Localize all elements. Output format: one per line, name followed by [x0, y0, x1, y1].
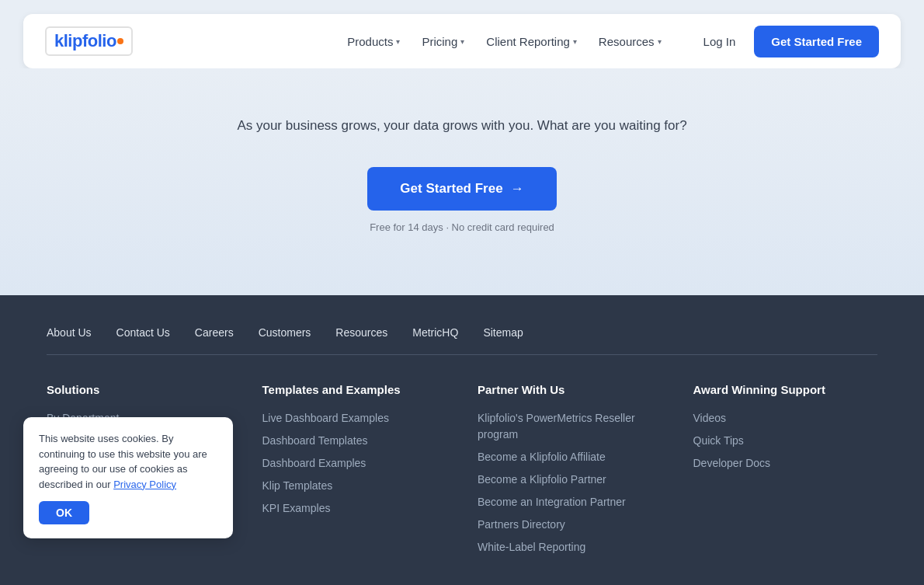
footer-col-link[interactable]: Partners Directory [478, 517, 662, 533]
logo-text: klipfolio [54, 31, 116, 51]
nav-links: Products▾Pricing▾Client Reporting▾Resour… [338, 29, 670, 54]
chevron-down-icon: ▾ [573, 37, 577, 46]
chevron-down-icon: ▾ [658, 37, 662, 46]
footer-col-link[interactable]: Quick Tips [693, 433, 878, 449]
privacy-policy-link[interactable]: Privacy Policy [113, 479, 176, 490]
footer-top-link-contact-us[interactable]: Contact Us [116, 326, 170, 339]
footer-col: Partner With UsKlipfolio's PowerMetrics … [478, 383, 662, 562]
logo-dot [117, 38, 123, 44]
nav-item-resources[interactable]: Resources▾ [589, 29, 671, 54]
footer-col-title: Partner With Us [478, 383, 662, 396]
footer-col-link[interactable]: Become a Klipfolio Partner [478, 472, 662, 488]
footer-col-link[interactable]: Live Dashboard Examples [262, 410, 447, 427]
footer-col-link[interactable]: Videos [693, 410, 878, 427]
footer-top-link-customers[interactable]: Customers [259, 326, 311, 339]
footer-col-link[interactable]: Klip Templates [262, 478, 447, 494]
footer-col-link[interactable]: Dashboard Templates [262, 433, 447, 449]
footer-col-title: Solutions [47, 383, 231, 396]
hero-cta-label: Get Started Free [400, 181, 502, 197]
get-started-button[interactable]: Get Started Free [754, 26, 879, 57]
footer-top-link-careers[interactable]: Careers [195, 326, 234, 339]
footer-top-link-metrichq[interactable]: MetricHQ [412, 326, 458, 339]
footer-col-link[interactable]: KPI Examples [262, 500, 447, 517]
hero-note: Free for 14 days · No credit card requir… [31, 221, 893, 233]
hero-subtitle: As your business grows, your data grows … [190, 115, 734, 136]
cookie-ok-button[interactable]: OK [39, 501, 89, 524]
nav-item-client-reporting[interactable]: Client Reporting▾ [477, 29, 586, 54]
footer-col-link[interactable]: Klipfolio's PowerMetrics Reseller progra… [478, 410, 662, 443]
footer-top-link-sitemap[interactable]: Sitemap [483, 326, 523, 339]
footer-top-links: About UsContact UsCareersCustomersResour… [47, 326, 877, 355]
hero-section: As your business grows, your data grows … [0, 68, 924, 295]
footer-col-title: Award Winning Support [693, 383, 878, 396]
cookie-banner: This website uses cookies. By continuing… [23, 417, 233, 538]
footer-col-link[interactable]: Become a Klipfolio Affiliate [478, 449, 662, 465]
login-button[interactable]: Log In [693, 29, 747, 54]
hero-cta-arrow: → [511, 181, 524, 197]
footer-col-title: Templates and Examples [262, 383, 447, 396]
logo[interactable]: klipfolio [45, 26, 133, 56]
navbar: klipfolio Products▾Pricing▾Client Report… [23, 14, 901, 68]
footer-col-link[interactable]: Dashboard Examples [262, 455, 447, 472]
footer-col-link[interactable]: White-Label Reporting [478, 539, 662, 555]
footer-top-link-about-us[interactable]: About Us [47, 326, 92, 339]
chevron-down-icon: ▾ [396, 37, 400, 46]
hero-cta-button[interactable]: Get Started Free → [367, 167, 556, 211]
nav-item-products[interactable]: Products▾ [338, 29, 409, 54]
footer-col: Award Winning SupportVideosQuick TipsDev… [693, 383, 878, 562]
footer-col-link[interactable]: Become an Integration Partner [478, 494, 662, 510]
footer-top-link-resources[interactable]: Resources [335, 326, 387, 339]
cookie-text: This website uses cookies. By continuing… [39, 431, 217, 492]
footer-col-link[interactable]: Developer Docs [693, 455, 878, 472]
footer-col: Templates and ExamplesLive Dashboard Exa… [262, 383, 447, 562]
chevron-down-icon: ▾ [460, 37, 464, 46]
nav-item-pricing[interactable]: Pricing▾ [412, 29, 474, 54]
